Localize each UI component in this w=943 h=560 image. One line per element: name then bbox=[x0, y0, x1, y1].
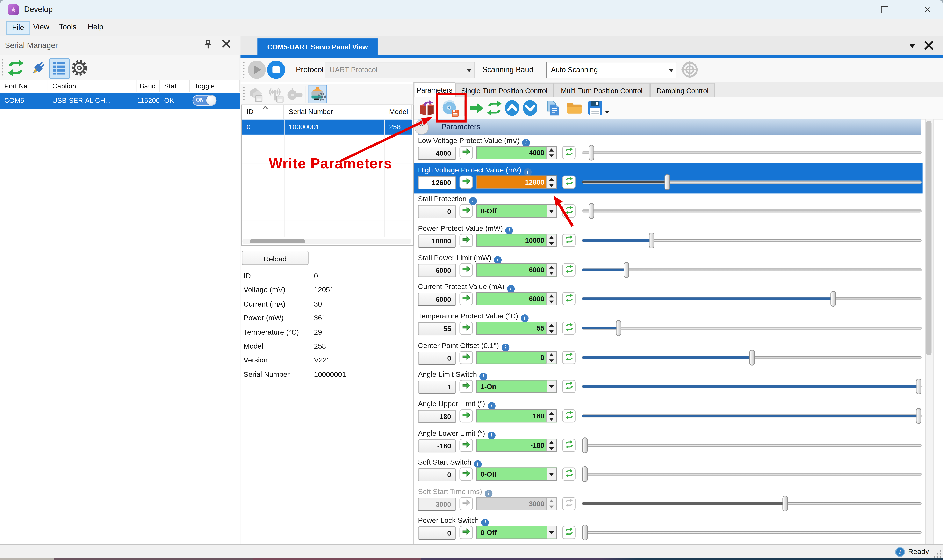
save-dropdown-icon[interactable] bbox=[604, 106, 610, 117]
sync-button[interactable] bbox=[562, 439, 575, 452]
close-button[interactable]: × bbox=[914, 0, 941, 19]
param-slider[interactable] bbox=[582, 291, 921, 306]
param-value-spinbox[interactable]: 12800 bbox=[476, 175, 557, 189]
menu-item-help[interactable]: Help bbox=[83, 21, 109, 34]
tab-servo-panel-view[interactable]: COM5-UART Servo Panel View bbox=[257, 38, 378, 55]
tab-list-dropdown-icon[interactable] bbox=[905, 40, 920, 52]
resize-grip[interactable] bbox=[933, 549, 941, 558]
apply-arrow-button[interactable] bbox=[459, 380, 473, 393]
spin-up-icon[interactable] bbox=[547, 322, 556, 328]
spin-up-icon[interactable] bbox=[547, 410, 556, 416]
spin-down-icon[interactable] bbox=[547, 153, 556, 159]
param-slider[interactable] bbox=[582, 378, 921, 394]
spin-buttons[interactable] bbox=[546, 439, 556, 451]
serial-col-header[interactable]: Baud bbox=[137, 80, 160, 92]
sync-button[interactable] bbox=[562, 234, 575, 247]
param-value-spinbox[interactable]: 6000 bbox=[476, 292, 557, 305]
spin-down-icon[interactable] bbox=[547, 299, 556, 305]
close-tab-icon[interactable] bbox=[921, 40, 936, 52]
spin-up-icon[interactable] bbox=[547, 264, 556, 270]
param-slider[interactable] bbox=[582, 320, 921, 336]
apply-arrow-button[interactable] bbox=[459, 146, 473, 159]
slider-handle[interactable] bbox=[582, 525, 587, 540]
servo-panel-button[interactable] bbox=[308, 85, 327, 103]
apply-arrow-button[interactable] bbox=[459, 468, 473, 481]
apply-arrow-button[interactable] bbox=[459, 234, 473, 247]
spin-up-icon[interactable] bbox=[547, 498, 556, 504]
param-slider[interactable] bbox=[582, 466, 921, 482]
menu-item-tools[interactable]: Tools bbox=[54, 21, 82, 34]
param-value-spinbox[interactable]: 55 bbox=[476, 322, 557, 335]
write-parameters-button[interactable] bbox=[441, 100, 458, 117]
param-value-spinbox[interactable]: 0 bbox=[476, 351, 557, 364]
sync-button[interactable] bbox=[562, 526, 575, 539]
slider-handle[interactable] bbox=[664, 174, 670, 190]
spin-down-icon[interactable] bbox=[547, 504, 556, 510]
apply-arrow-button[interactable] bbox=[459, 263, 473, 276]
slider-handle[interactable] bbox=[615, 320, 621, 336]
param-slider[interactable] bbox=[582, 262, 921, 278]
sync-button[interactable] bbox=[562, 205, 575, 217]
spin-down-icon[interactable] bbox=[547, 357, 556, 363]
apply-arrow-button[interactable] bbox=[459, 409, 473, 423]
param-slider[interactable] bbox=[582, 174, 921, 190]
move-down-button[interactable] bbox=[522, 100, 539, 117]
combo-dropdown-icon[interactable] bbox=[547, 526, 556, 538]
stop-scan-button[interactable] bbox=[267, 61, 285, 79]
menu-item-view[interactable]: View bbox=[28, 21, 54, 34]
param-value-spinbox[interactable]: 4000 bbox=[476, 146, 557, 159]
sync-button[interactable] bbox=[562, 380, 575, 393]
menu-item-file[interactable]: File bbox=[6, 21, 30, 35]
param-slider[interactable] bbox=[582, 145, 921, 160]
apply-value-button[interactable] bbox=[468, 102, 485, 118]
tab-multi-turn-position-control[interactable]: Multi-Turn Position Control bbox=[553, 83, 650, 97]
param-value-spinbox[interactable]: -180 bbox=[476, 439, 557, 452]
move-up-button[interactable] bbox=[504, 100, 521, 117]
sync-button[interactable] bbox=[562, 292, 575, 305]
spin-down-icon[interactable] bbox=[547, 270, 556, 276]
param-value-spinbox[interactable]: 6000 bbox=[476, 263, 557, 276]
spin-down-icon[interactable] bbox=[547, 182, 556, 188]
slider-handle[interactable] bbox=[582, 437, 587, 453]
close-panel-icon[interactable] bbox=[219, 39, 233, 52]
refresh-ports-button[interactable] bbox=[6, 58, 25, 78]
sync-button[interactable] bbox=[562, 263, 575, 276]
apply-arrow-button[interactable] bbox=[459, 292, 473, 305]
spin-buttons[interactable] bbox=[546, 146, 556, 158]
serial-col-header[interactable]: Port Na... bbox=[0, 80, 48, 92]
reload-button[interactable]: Reload bbox=[242, 251, 308, 265]
sync-button[interactable] bbox=[562, 322, 575, 335]
slider-handle[interactable] bbox=[589, 145, 594, 160]
spin-up-icon[interactable] bbox=[547, 176, 556, 182]
sync-button[interactable] bbox=[562, 351, 575, 364]
spin-buttons[interactable] bbox=[546, 352, 556, 363]
param-slider[interactable] bbox=[582, 525, 921, 540]
combo-dropdown-icon[interactable] bbox=[547, 380, 556, 392]
spin-up-icon[interactable] bbox=[547, 234, 556, 240]
save-parameters-button[interactable] bbox=[587, 100, 604, 117]
spin-down-icon[interactable] bbox=[547, 328, 556, 334]
sync-button[interactable] bbox=[562, 409, 575, 423]
combo-dropdown-icon[interactable] bbox=[547, 205, 556, 217]
apply-arrow-button[interactable] bbox=[459, 175, 473, 189]
spin-buttons[interactable] bbox=[546, 322, 556, 334]
spin-up-icon[interactable] bbox=[547, 352, 556, 357]
tab-single-turn-position-control[interactable]: Single-Turn Position Control bbox=[455, 83, 553, 97]
connect-button[interactable] bbox=[29, 58, 48, 78]
spin-down-icon[interactable] bbox=[547, 240, 556, 246]
serial-col-header[interactable]: Stat... bbox=[160, 80, 190, 92]
param-value-combobox[interactable]: 1-On bbox=[476, 380, 557, 393]
tab-parameters[interactable]: Parameters bbox=[414, 82, 455, 97]
open-parameters-button[interactable] bbox=[566, 100, 583, 117]
sync-button[interactable] bbox=[562, 146, 575, 159]
pin-icon[interactable] bbox=[201, 39, 215, 52]
serial-settings-button[interactable] bbox=[70, 58, 89, 78]
param-slider[interactable] bbox=[582, 437, 921, 453]
sync-button[interactable] bbox=[562, 175, 575, 189]
serial-col-header[interactable]: Toggle bbox=[190, 80, 240, 92]
port-toggle-switch[interactable]: ON bbox=[193, 95, 217, 106]
serial-table-row[interactable]: COM5USB-SERIAL CH...115200OKON bbox=[0, 92, 240, 109]
read-parameters-button[interactable] bbox=[419, 100, 436, 117]
param-slider[interactable] bbox=[582, 408, 921, 424]
apply-arrow-button[interactable] bbox=[459, 205, 473, 217]
